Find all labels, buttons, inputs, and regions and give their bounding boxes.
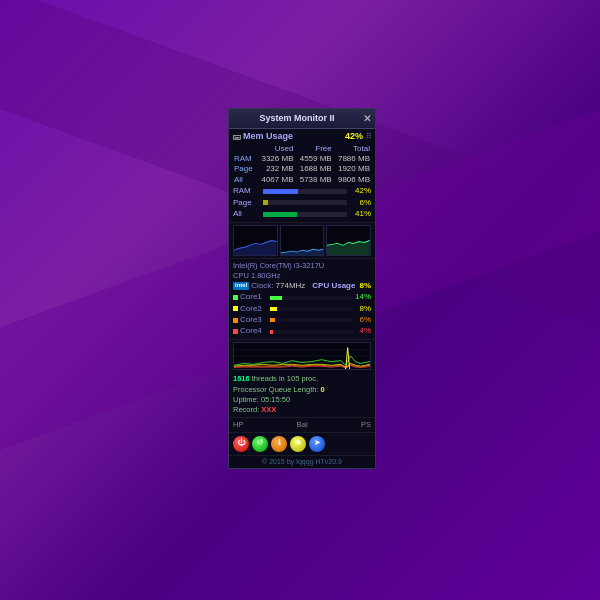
cpu-section: Intel(R) Core(TM) i3-3217U CPU 1.80GHz i… bbox=[229, 259, 375, 339]
mem-settings-icon[interactable]: ⠿ bbox=[366, 132, 371, 142]
forward-button[interactable]: ➤ bbox=[309, 436, 325, 452]
mem-row3-used: 4067 MB bbox=[256, 175, 294, 185]
core-bar-fill-1 bbox=[270, 307, 277, 311]
page-bar-track bbox=[263, 200, 347, 205]
mem-graph-3 bbox=[326, 225, 371, 256]
page-bar-fill bbox=[263, 200, 268, 205]
hp-label: HP bbox=[233, 420, 243, 430]
uptime-value: 05:15:50 bbox=[261, 395, 290, 404]
svg-marker-2 bbox=[327, 241, 370, 256]
cpu-usage-label: CPU Usage bbox=[312, 281, 355, 291]
cpu-clock-row: CPU 1.80GHz bbox=[233, 271, 371, 281]
bal-label: Bal bbox=[297, 420, 308, 430]
power-button[interactable]: ⏻ bbox=[233, 436, 249, 452]
ram-bar-label: RAM bbox=[233, 186, 261, 196]
core-dot-2 bbox=[233, 318, 238, 323]
all-bar-pct: 41% bbox=[349, 209, 371, 219]
core-row-3: Core4 4% bbox=[233, 326, 371, 336]
info-button[interactable]: ℹ bbox=[271, 436, 287, 452]
mem-row2-free: 1688 MB bbox=[294, 164, 332, 174]
all-bar-label: All bbox=[233, 209, 261, 219]
all-bar-track bbox=[263, 212, 347, 217]
mem-graph-1 bbox=[233, 225, 278, 256]
bottom-bar: HP Bal PS bbox=[229, 418, 375, 433]
mem-col-used: Used bbox=[256, 144, 294, 154]
title-bar: System Monitor II ✕ bbox=[229, 109, 375, 129]
mem-icon: 🖴 bbox=[233, 132, 241, 142]
cpu-base-clock: CPU 1.80GHz bbox=[233, 271, 281, 281]
cpu-graph bbox=[233, 342, 371, 370]
page-bar-label: Page bbox=[233, 198, 261, 208]
cpu-clock-label: Clock: bbox=[251, 281, 273, 291]
mem-table: Used Free Total RAM 3326 MB 4559 MB 7886… bbox=[233, 144, 371, 186]
record-label: Record: bbox=[233, 405, 259, 414]
core-bar-track-1 bbox=[270, 307, 353, 311]
mem-header: 🖴 Mem Usage 42% ⠿ bbox=[233, 131, 371, 143]
mem-row3-free: 5738 MB bbox=[294, 175, 332, 185]
core-row-2: Core3 6% bbox=[233, 315, 371, 325]
system-monitor-widget: System Monitor II ✕ 🖴 Mem Usage 42% ⠿ Us… bbox=[228, 108, 376, 469]
queue-length: 0 bbox=[321, 385, 325, 394]
mem-col-total: Total bbox=[333, 144, 371, 154]
mem-row3-total: 9806 MB bbox=[333, 175, 371, 185]
core-pct-2: 6% bbox=[355, 315, 371, 325]
mem-row2-total: 1920 MB bbox=[333, 164, 371, 174]
record-line: Record: XXX bbox=[233, 405, 371, 415]
mem-graph-area bbox=[229, 223, 375, 259]
close-button[interactable]: ✕ bbox=[363, 112, 371, 125]
core-bar-track-2 bbox=[270, 318, 353, 322]
record-value: XXX bbox=[261, 405, 276, 414]
threads-line: 1616 threads in 105 proc. bbox=[233, 374, 371, 384]
core-pct-1: 8% bbox=[355, 304, 371, 314]
cpu-usage-pct: 8% bbox=[359, 281, 371, 291]
threads-label: threads in bbox=[252, 374, 287, 383]
mem-row1-total: 7886 MB bbox=[333, 154, 371, 164]
cores-container: Core1 14% Core2 8% Core3 6% Core4 bbox=[233, 292, 371, 337]
core-bar-track-3 bbox=[270, 330, 353, 334]
mem-col-free: Free bbox=[294, 144, 332, 154]
mem-label: Mem Usage bbox=[243, 131, 345, 143]
uptime-line: Uptime: 05:15:50 bbox=[233, 395, 371, 405]
core-bar-track-0 bbox=[270, 296, 353, 300]
mem-col-label-1 bbox=[233, 144, 256, 154]
ram-bar-fill bbox=[263, 189, 298, 194]
mem-row1-free: 4559 MB bbox=[294, 154, 332, 164]
proc-count: 105 bbox=[287, 374, 300, 383]
threads-section: 1616 threads in 105 proc. Processor Queu… bbox=[229, 372, 375, 418]
page-bar-pct: 6% bbox=[349, 198, 371, 208]
cpu-clock-value: 774MHz bbox=[276, 281, 306, 291]
ram-bar-row: RAM 42% bbox=[233, 186, 371, 196]
core-name-3: Core4 bbox=[240, 326, 268, 336]
cpu-model: Intel(R) Core(TM) i3-3217U bbox=[233, 261, 371, 271]
core-name-2: Core3 bbox=[240, 315, 268, 325]
mem-graph-2 bbox=[280, 225, 325, 256]
ps-label: PS bbox=[361, 420, 371, 430]
core-row-0: Core1 14% bbox=[233, 292, 371, 302]
core-bar-fill-0 bbox=[270, 296, 282, 300]
core-pct-0: 14% bbox=[355, 292, 371, 302]
all-bar-fill bbox=[263, 212, 297, 217]
core-name-0: Core1 bbox=[240, 292, 268, 302]
core-dot-0 bbox=[233, 295, 238, 300]
ram-bar-pct: 42% bbox=[349, 186, 371, 196]
mem-row2-used: 232 MB bbox=[256, 164, 294, 174]
mem-row2-label: Page bbox=[233, 164, 256, 174]
core-bar-fill-3 bbox=[270, 330, 273, 334]
mem-row1-label: RAM bbox=[233, 154, 256, 164]
core-dot-3 bbox=[233, 329, 238, 334]
queue-line: Processor Queue Length: 0 bbox=[233, 385, 371, 395]
core-bar-fill-2 bbox=[270, 318, 275, 322]
cpu-clock-speed-row: intel Clock: 774MHz CPU Usage 8% bbox=[233, 281, 371, 291]
all-bar-row: All 41% bbox=[233, 209, 371, 219]
buttons-row: ⏻ ↺ ℹ ★ ➤ bbox=[229, 433, 375, 456]
core-dot-1 bbox=[233, 306, 238, 311]
ram-bar-track bbox=[263, 189, 347, 194]
settings-button[interactable]: ★ bbox=[290, 436, 306, 452]
thread-count: 1616 bbox=[233, 374, 250, 383]
widget-title: System Monitor II bbox=[233, 113, 361, 125]
refresh-button[interactable]: ↺ bbox=[252, 436, 268, 452]
page-bar-row: Page 6% bbox=[233, 198, 371, 208]
intel-badge: intel bbox=[233, 282, 249, 290]
mem-row3-label: All bbox=[233, 175, 256, 185]
copyright: © 2015 by Iqqqg HTv20.9 bbox=[229, 456, 375, 468]
